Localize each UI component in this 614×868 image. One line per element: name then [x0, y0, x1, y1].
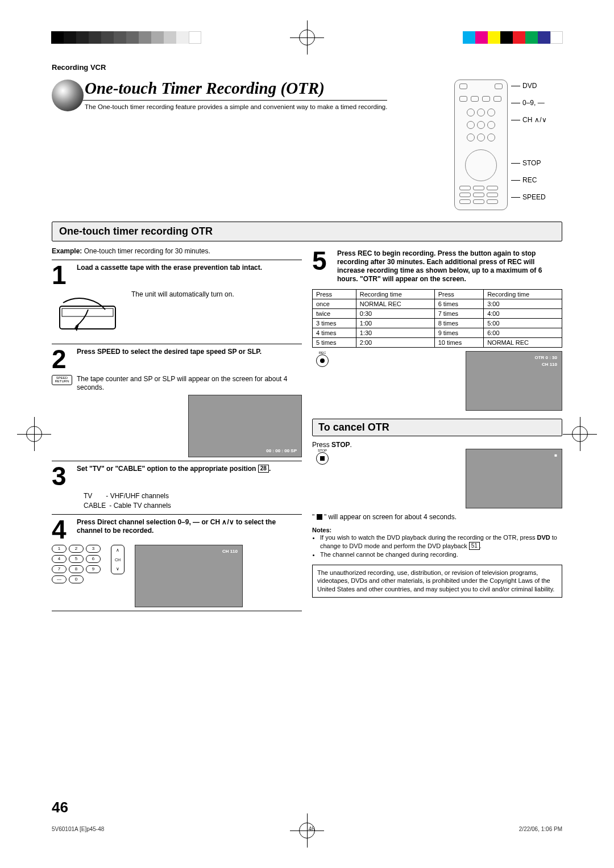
step-2: 2 Press SPEED to select the desired tape… — [52, 348, 302, 371]
step-5-illustration: REC OTR 0 : 30 CH 110 — [312, 351, 562, 411]
page-ref-28: 28 — [258, 465, 269, 473]
footer-datetime: 2/22/06, 1:06 PM — [519, 826, 562, 832]
step-4-screen: CH 110 — [135, 545, 243, 607]
remote-label-stop: STOP — [522, 159, 541, 167]
rec-time-table: Press Recording time Press Recording tim… — [312, 289, 562, 348]
step-4-illustration: 1 2 3 4 5 6 7 8 9 — 0 ∧ CH — [52, 545, 302, 607]
step-3: 3 Set "TV" or "CABLE" option to the appr… — [52, 465, 302, 488]
cancel-screen: ■ — [466, 449, 562, 508]
cancel-illustration: STOP ■ — [312, 449, 562, 508]
running-header: Recording VCR — [52, 63, 562, 72]
registration-target-left — [23, 423, 45, 445]
crop-cmyk-swatches — [463, 31, 563, 44]
title-row: One-touch Timer Recording (OTR) The One-… — [52, 80, 562, 210]
registration-target-top — [296, 26, 318, 49]
page-number: 46 — [52, 799, 68, 816]
page-ref-51: 51 — [469, 542, 480, 550]
title-text: One-touch Timer Recording (OTR) The One-… — [69, 80, 387, 111]
remote-label-speed: SPEED — [522, 193, 546, 201]
remote-callouts: DVD 0–9, — CH ∧/∨ STOP REC SPEED — [511, 80, 547, 201]
remote-illustration: DVD 0–9, — CH ∧/∨ STOP REC SPEED — [454, 80, 562, 210]
footer-metadata: 5V60101A [E]p45-48 46 2/22/06, 1:06 PM — [52, 826, 562, 832]
content-area: Recording VCR One-touch Timer Recording … — [51, 62, 563, 817]
step-1: 1 Load a cassette tape with the erase pr… — [52, 264, 302, 287]
two-column-layout: Example: One-touch timer recording for 3… — [52, 247, 562, 615]
section-heading-otr: One-touch timer recording OTR — [52, 222, 562, 241]
column-left: Example: One-touch timer recording for 3… — [52, 247, 302, 615]
footer-filename: 5V60101A [E]p45-48 — [52, 826, 104, 832]
step-2-row: SPEED RETURN The tape counter and SP or … — [52, 375, 302, 393]
note-1: If you wish to watch the DVD playback du… — [320, 533, 562, 550]
column-right: 5 Press REC to begin recording. Press th… — [312, 247, 562, 615]
remote-body — [454, 80, 508, 210]
step-5-screen-text1: OTR 0 : 30 — [534, 355, 557, 360]
stop-button-icon: STOP — [312, 449, 333, 465]
step-2-title: Press SPEED to select the desired tape s… — [77, 348, 302, 356]
step-4-title: Press Direct channel selection 0–9, — or… — [77, 518, 302, 535]
registration-target-right — [569, 423, 591, 445]
remote-label-dvd: DVD — [522, 82, 537, 90]
example-line: Example: One-touch timer recording for 3… — [52, 247, 302, 255]
tv-cable-options: TV - VHF/UHF channels CABLE - Cable TV c… — [84, 491, 302, 511]
stop-square-icon — [317, 514, 322, 520]
rec-button-icon: REC — [312, 351, 333, 367]
cancel-text: Press STOP. — [312, 441, 562, 449]
page: Recording VCR One-touch Timer Recording … — [0, 0, 614, 868]
notes-label: Notes: — [312, 527, 562, 533]
step-2-screen-text: 00 : 00 : 00 SP — [266, 448, 297, 453]
step-2-number: 2 — [52, 348, 72, 371]
legal-disclaimer: The unauthorized recording, use, distrib… — [312, 565, 562, 598]
crop-bw-swatches — [51, 31, 201, 44]
step-1-number: 1 — [52, 264, 72, 287]
step-4: 4 Press Direct channel selection 0–9, — … — [52, 518, 302, 541]
cancel-heading: To cancel OTR — [312, 419, 562, 436]
step-2-text: The tape counter and SP or SLP will appe… — [77, 375, 302, 393]
decorative-sphere-icon — [52, 80, 84, 111]
step-2-screen: 00 : 00 : 00 SP — [188, 395, 302, 457]
step-3-title: Set "TV" or "CABLE" option to the approp… — [77, 465, 302, 473]
page-intro: The One-touch timer recording feature pr… — [69, 103, 387, 112]
speed-key-icon: SPEED RETURN — [52, 375, 72, 385]
footer-page: 46 — [309, 826, 315, 832]
step-3-number: 3 — [52, 465, 72, 488]
remote-label-digits: 0–9, — — [522, 99, 545, 107]
step-1-title: Load a cassette tape with the erase prev… — [77, 264, 302, 272]
title-block: One-touch Timer Recording (OTR) The One-… — [52, 80, 443, 111]
cable-line: CABLE - Cable TV channels — [84, 501, 302, 511]
step-5: 5 Press REC to begin recording. Press th… — [312, 249, 562, 283]
page-title: One-touch Timer Recording (OTR) — [69, 80, 387, 101]
ch-updown-icon: ∧ CH ∨ — [111, 545, 125, 574]
step-5-title: Press REC to begin recording. Press the … — [337, 249, 562, 283]
step-4-number: 4 — [52, 518, 72, 541]
cancel-appear-text: " " will appear on screen for about 4 se… — [312, 513, 562, 521]
numpad-icon: 1 2 3 4 5 6 7 8 9 — 0 — [52, 545, 101, 583]
remote-label-ch: CH — [522, 116, 532, 124]
step-1-text: The unit will automatically turn on. — [131, 290, 234, 340]
tv-line: TV - VHF/UHF channels — [84, 491, 302, 501]
step-5-screen-text2: CH 110 — [542, 362, 557, 367]
step-5-screen: OTR 0 : 30 CH 110 — [466, 351, 562, 411]
cassette-illustration — [52, 293, 126, 338]
example-label: Example: — [52, 247, 82, 255]
step-5-number: 5 — [312, 249, 333, 283]
notes-list: If you wish to watch the DVD playback du… — [312, 533, 562, 559]
example-text: One-touch timer recording for 30 minutes… — [82, 247, 210, 255]
step-4-screen-text: CH 110 — [222, 549, 238, 554]
note-2: The channel cannot be changed during rec… — [320, 550, 562, 559]
remote-label-rec: REC — [522, 176, 537, 184]
